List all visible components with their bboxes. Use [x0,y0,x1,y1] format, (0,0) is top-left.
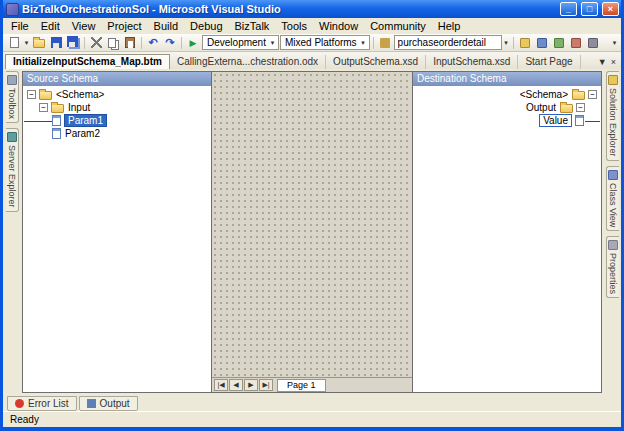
folder-icon [560,104,573,113]
link-anchor-line [585,121,600,122]
menu-bar: File Edit View Project Build Debug BizTa… [3,18,621,34]
tree-item-label: Output [525,102,557,113]
main-area: Toolbox Server Explorer Source Schema − [3,69,621,395]
tab-outputschema[interactable]: OutputSchema.xsd [326,55,426,69]
menu-project[interactable]: Project [101,19,147,33]
minimize-button[interactable]: _ [560,2,577,16]
standard-toolbar: ▾ ↶ ↷ ▶ Development ▾ Mixed Platforms ▾ … [3,34,621,52]
tab-inputschema[interactable]: InputSchema.xsd [426,55,518,69]
close-document-icon[interactable]: × [611,57,616,67]
toolbar-overflow-icon[interactable]: ▾ [611,39,618,47]
menu-tools[interactable]: Tools [275,19,313,33]
properties-window-icon[interactable] [534,35,550,50]
save-all-icon[interactable] [65,35,81,50]
tree-item-schema[interactable]: − <Schema> [23,88,211,101]
collapse-icon[interactable]: − [576,103,585,112]
server-explorer-label: Server Explorer [7,145,17,208]
solution-platform-combo[interactable]: Mixed Platforms ▾ [280,35,370,50]
folder-icon [51,104,64,113]
biztalk-mapper: Source Schema − <Schema> − Input [22,71,602,393]
close-button[interactable]: × [602,2,619,16]
tab-list-dropdown-icon[interactable]: ▼ [598,57,607,67]
cut-icon[interactable] [88,35,104,50]
folder-icon [39,91,52,100]
destination-schema-tree: <Schema> − Output − Value [413,86,601,392]
window-title: BizTalkOrchestrationSol - Microsoft Visu… [22,3,556,15]
solution-explorer-label: Solution Explorer [608,88,618,157]
sidebar-item-server-explorer[interactable]: Server Explorer [6,128,19,212]
menu-biztalk[interactable]: BizTalk [229,19,276,33]
object-browser-icon[interactable] [551,35,567,50]
find-combo-input[interactable] [394,35,502,50]
sidebar-item-class-view[interactable]: Class View [606,166,619,231]
output-label: Output [100,398,130,409]
destination-schema-panel: Destination Schema <Schema> − Output − [412,71,602,393]
chevron-down-icon: ▾ [360,39,367,47]
tab-output[interactable]: Output [79,396,138,411]
tree-item-input[interactable]: − Input [23,101,211,114]
tree-item-schema[interactable]: <Schema> − [413,88,601,101]
previous-page-button[interactable]: ◀ [229,379,243,391]
find-combo-dropdown-icon[interactable]: ▾ [503,39,510,47]
tree-item-label: <Schema> [519,89,569,100]
last-page-button[interactable]: ▶| [259,379,273,391]
class-view-icon [608,170,618,180]
next-page-button[interactable]: ▶ [244,379,258,391]
paste-icon[interactable] [122,35,138,50]
tree-item-output[interactable]: Output − [413,101,601,114]
copy-icon[interactable] [105,35,121,50]
toolbox-icon[interactable] [568,35,584,50]
toolbar-separator [513,37,514,49]
start-page-icon[interactable] [585,35,601,50]
solution-platform-value: Mixed Platforms [285,37,357,48]
solution-explorer-icon[interactable] [517,35,533,50]
menu-build[interactable]: Build [148,19,184,33]
grid-page-tab[interactable]: Page 1 [277,379,326,392]
toolbar-separator [181,37,182,49]
menu-file[interactable]: File [5,19,35,33]
collapse-icon[interactable]: − [27,90,36,99]
open-file-icon[interactable] [31,35,47,50]
undo-icon[interactable]: ↶ [145,35,161,50]
new-item-dropdown-icon[interactable]: ▾ [23,39,30,47]
field-icon [52,115,61,126]
tab-callingexternal-orchestration[interactable]: CallingExterna...chestration.odx [170,55,326,69]
mapper-grid-canvas[interactable] [212,72,412,377]
tree-item-label: Input [67,102,91,113]
chevron-down-icon: ▾ [269,39,276,47]
tab-start-page[interactable]: Start Page [518,55,580,69]
solution-explorer-icon [608,75,618,85]
toolbar-separator [141,37,142,49]
menu-view[interactable]: View [66,19,102,33]
destination-schema-header: Destination Schema [413,72,601,86]
tab-initializeinputschema-map[interactable]: InitializeInputSchema_Map.btm [5,54,170,69]
server-explorer-icon [7,132,17,142]
field-icon [575,115,584,126]
redo-icon[interactable]: ↷ [162,35,178,50]
tree-item-label-linked: Value [539,114,572,127]
document-area: Source Schema − <Schema> − Input [21,69,603,395]
sidebar-item-toolbox[interactable]: Toolbox [6,71,19,123]
sidebar-item-properties[interactable]: Properties [606,236,619,298]
menu-community[interactable]: Community [364,19,432,33]
new-item-icon[interactable] [6,35,22,50]
menu-debug[interactable]: Debug [184,19,228,33]
right-tool-strip: Solution Explorer Class View Properties [603,69,621,395]
collapse-icon[interactable]: − [588,90,597,99]
toolbox-icon [7,75,17,85]
menu-window[interactable]: Window [313,19,364,33]
save-icon[interactable] [48,35,64,50]
collapse-icon[interactable]: − [39,103,48,112]
maximize-button[interactable]: □ [581,2,598,16]
solution-configuration-combo[interactable]: Development ▾ [202,35,279,50]
vs-window: BizTalkOrchestrationSol - Microsoft Visu… [0,0,624,431]
menu-edit[interactable]: Edit [35,19,66,33]
menu-help[interactable]: Help [432,19,467,33]
tab-error-list[interactable]: Error List [7,396,77,411]
tree-item-param2[interactable]: Param2 [23,127,211,140]
sidebar-item-solution-explorer[interactable]: Solution Explorer [606,71,619,161]
start-debugging-icon[interactable]: ▶ [185,35,201,50]
tree-item-value[interactable]: Value [413,114,601,127]
find-icon[interactable] [377,35,393,50]
first-page-button[interactable]: |◀ [214,379,228,391]
